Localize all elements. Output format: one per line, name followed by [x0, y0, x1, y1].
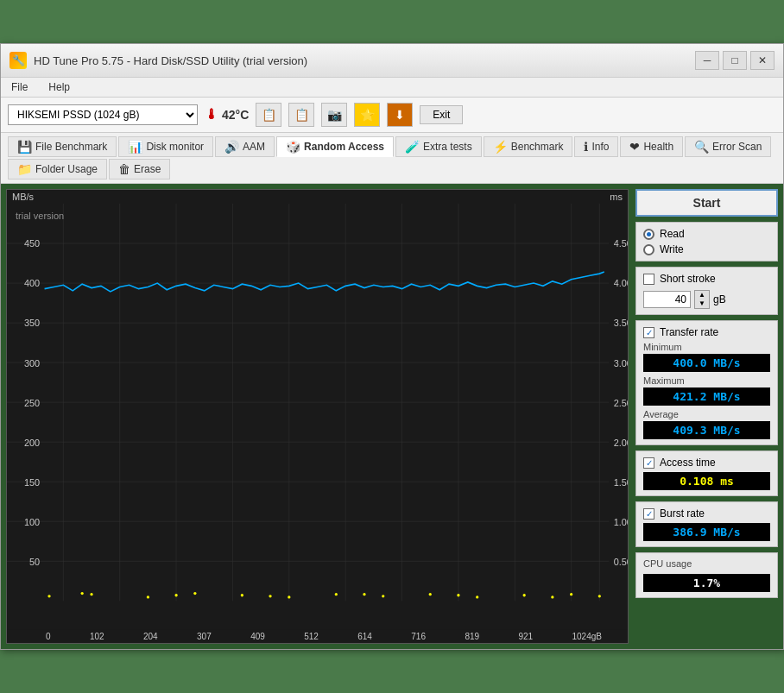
svg-point-53: [81, 592, 84, 595]
burst-rate-section: ✓ Burst rate 386.9 MB/s: [635, 501, 778, 547]
svg-point-50: [523, 595, 526, 597]
stroke-down-button[interactable]: ▼: [695, 299, 709, 308]
maximum-label: Maximum: [643, 375, 770, 386]
svg-point-56: [363, 593, 365, 595]
close-button[interactable]: ✕: [750, 51, 775, 70]
svg-rect-0: [7, 204, 628, 629]
cpu-usage-value: 1.7%: [643, 574, 770, 592]
minimum-value: 400.0 MB/s: [643, 354, 770, 372]
erase-icon: 🗑: [118, 162, 130, 176]
svg-point-39: [47, 595, 50, 598]
cpu-usage-label: CPU usage: [643, 558, 770, 569]
aam-icon: 🔊: [224, 140, 239, 154]
stroke-input-row: ▲ ▼ gB: [643, 290, 770, 309]
svg-point-51: [570, 593, 572, 595]
menu-help[interactable]: Help: [45, 79, 73, 95]
main-window: 🔧 HD Tune Pro 5.75 - Hard Disk/SSD Utili…: [0, 43, 784, 649]
menu-bar: File Help: [1, 78, 783, 98]
svg-point-48: [429, 593, 432, 595]
menu-file[interactable]: File: [8, 79, 31, 95]
camera-btn[interactable]: 📷: [321, 103, 347, 127]
burst-rate-checkbox-item[interactable]: ✓ Burst rate: [643, 507, 770, 520]
average-section: Average 409.3 MB/s: [643, 409, 770, 439]
stroke-up-button[interactable]: ▲: [695, 291, 709, 299]
average-value: 409.3 MB/s: [643, 421, 770, 439]
average-label: Average: [643, 409, 770, 419]
svg-text:4.50: 4.50: [614, 239, 628, 249]
tab-disk-monitor[interactable]: 📊 Disk monitor: [118, 136, 213, 157]
svg-point-58: [551, 596, 553, 599]
tab-error-scan[interactable]: 🔍 Error Scan: [685, 136, 771, 157]
temperature-display: 🌡 42°C: [205, 107, 249, 123]
tab-file-benchmark[interactable]: 💾 File Benchmark: [8, 136, 117, 157]
stroke-value-input[interactable]: [643, 291, 691, 308]
write-label: Write: [660, 243, 684, 255]
transfer-rate-label: Transfer rate: [660, 326, 718, 338]
tab-folder-usage[interactable]: 📁 Folder Usage: [8, 159, 107, 180]
download-btn[interactable]: ⬇: [387, 103, 413, 127]
burst-rate-checkbox[interactable]: ✓: [643, 508, 654, 520]
svg-text:350: 350: [24, 318, 40, 329]
transfer-rate-checkbox-item[interactable]: ✓ Transfer rate: [643, 326, 770, 338]
tab-extra-tests[interactable]: 🧪 Extra tests: [395, 136, 482, 157]
svg-text:50: 50: [29, 557, 40, 567]
svg-text:250: 250: [24, 398, 40, 408]
maximize-button[interactable]: □: [723, 51, 747, 70]
read-radio[interactable]: [643, 229, 654, 240]
minimum-section: Minimum 400.0 MB/s: [643, 342, 770, 372]
title-bar: 🔧 HD Tune Pro 5.75 - Hard Disk/SSD Utili…: [1, 44, 783, 78]
svg-point-54: [174, 595, 177, 597]
y-axis-right-label: ms: [610, 192, 623, 202]
burst-rate-label: Burst rate: [660, 507, 705, 520]
svg-text:2.50: 2.50: [614, 398, 628, 408]
minimize-button[interactable]: ─: [695, 51, 719, 70]
write-radio[interactable]: [643, 244, 654, 255]
access-time-checkbox-item[interactable]: ✓ Access time: [643, 457, 770, 469]
toolbar: HIKSEMI PSSD (1024 gB) 🌡 42°C 📋 📋 📷 ⭐ ⬇ …: [1, 98, 783, 133]
burst-rate-value: 386.9 MB/s: [643, 523, 770, 541]
copy-btn-1[interactable]: 📋: [256, 103, 281, 127]
maximum-value: 421.2 MB/s: [643, 387, 770, 406]
star-btn[interactable]: ⭐: [354, 103, 380, 127]
read-label: Read: [660, 228, 685, 240]
access-time-checkbox[interactable]: ✓: [643, 457, 654, 469]
chart-header: MB/s ms: [7, 190, 628, 204]
disk-monitor-icon: 📊: [128, 140, 142, 154]
svg-point-43: [193, 592, 196, 595]
disk-selector[interactable]: HIKSEMI PSSD (1024 gB): [8, 104, 198, 125]
short-stroke-checkbox-item[interactable]: Short stroke: [643, 273, 770, 285]
start-button[interactable]: Start: [635, 189, 778, 217]
stroke-unit: gB: [713, 293, 726, 306]
read-radio-item[interactable]: Read: [643, 228, 770, 240]
side-panel: Start Read Write Short stroke: [635, 189, 778, 643]
tab-random-access[interactable]: 🎲 Random Access: [276, 136, 394, 157]
info-icon: ℹ: [584, 140, 588, 154]
tab-health[interactable]: ❤ Health: [620, 136, 683, 157]
svg-text:150: 150: [24, 477, 40, 488]
svg-point-57: [457, 595, 459, 597]
health-icon: ❤: [629, 140, 640, 154]
tab-erase[interactable]: 🗑 Erase: [109, 159, 170, 180]
stroke-spinners: ▲ ▼: [694, 290, 710, 309]
content-area: MB/s ms trial version: [1, 184, 783, 648]
svg-point-49: [476, 596, 478, 599]
copy-btn-2[interactable]: 📋: [288, 103, 314, 127]
svg-text:4.00: 4.00: [614, 279, 628, 289]
tab-aam[interactable]: 🔊 AAM: [215, 136, 275, 157]
access-time-label: Access time: [660, 457, 716, 469]
svg-text:100: 100: [24, 517, 40, 527]
write-radio-item[interactable]: Write: [643, 243, 770, 255]
svg-text:3.00: 3.00: [614, 358, 628, 369]
tab-info[interactable]: ℹ Info: [574, 136, 618, 157]
svg-text:2.00: 2.00: [614, 438, 628, 448]
exit-button[interactable]: Exit: [420, 105, 463, 124]
tab-benchmark[interactable]: ⚡ Benchmark: [484, 136, 573, 157]
short-stroke-checkbox[interactable]: [643, 274, 654, 285]
random-access-icon: 🎲: [286, 140, 300, 154]
access-time-value: 0.108 ms: [643, 472, 770, 490]
transfer-rate-checkbox[interactable]: ✓: [643, 327, 654, 338]
nav-tabs-row1: 💾 File Benchmark 📊 Disk monitor 🔊 AAM 🎲 …: [1, 133, 783, 184]
svg-text:300: 300: [24, 358, 40, 369]
svg-point-46: [335, 593, 338, 595]
window-title: HD Tune Pro 5.75 - Hard Disk/SSD Utility…: [34, 54, 307, 67]
